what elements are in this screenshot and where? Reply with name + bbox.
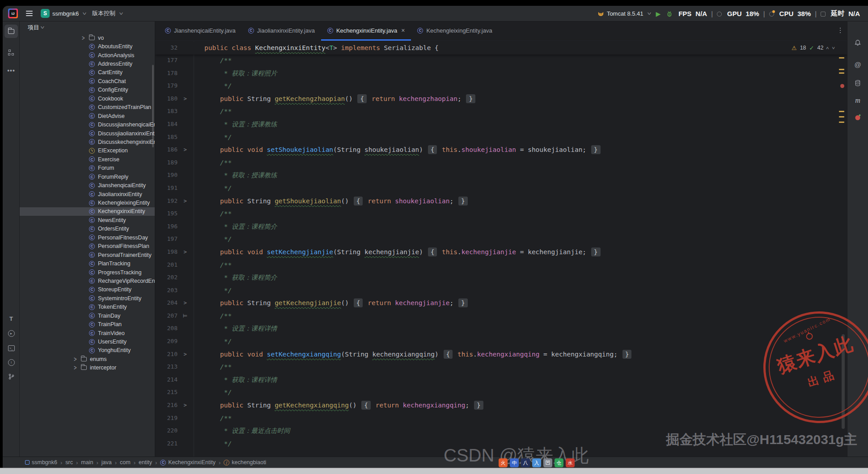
tree-item-EIException[interactable]: ϟ EIException xyxy=(20,147,155,155)
code-line[interactable]: 214 * 获取：课程详情 xyxy=(155,373,847,386)
tree-item-YonghuEntity[interactable]: C YonghuEntity xyxy=(20,346,155,355)
code-line[interactable]: 177 /** xyxy=(155,54,847,67)
gut-icon[interactable] xyxy=(178,322,193,335)
breadcrumb-item-main[interactable]: main xyxy=(81,459,93,466)
fold-arrow-icon[interactable]: > xyxy=(178,143,193,156)
debug-button[interactable] xyxy=(666,10,673,17)
code-line[interactable]: 189 /** xyxy=(155,156,847,169)
tree-item-JiaolianxinxiEntity[interactable]: C JiaolianxinxiEntity xyxy=(20,190,155,198)
ai-assistant-button[interactable]: @ xyxy=(854,61,861,68)
line-number[interactable]: 177 xyxy=(155,54,178,67)
code-line[interactable]: 186 > public void setShoukejiaolian(Stri… xyxy=(155,143,847,156)
breadcrumb-item-ssmbgnk6[interactable]: ssmbgnk6 xyxy=(25,459,57,466)
prev-issue-icon[interactable]: > xyxy=(826,46,830,49)
line-number[interactable]: 207 xyxy=(155,310,178,323)
line-number[interactable]: 216 xyxy=(155,399,178,412)
gut-icon[interactable] xyxy=(178,361,193,373)
project-tool-button[interactable] xyxy=(4,25,18,38)
tree-item-KechengxinxiEntity[interactable]: C KechengxinxiEntity xyxy=(20,207,155,216)
code-line[interactable]: 219 /** xyxy=(155,412,847,425)
gut-icon[interactable] xyxy=(178,80,193,92)
services-tool-button[interactable]: ▸ xyxy=(4,327,18,340)
tree-item-enums[interactable]: > enums xyxy=(20,355,155,363)
database-button[interactable] xyxy=(855,80,861,87)
project-widget[interactable]: S ssmbgnk6 > xyxy=(41,9,86,18)
code-line[interactable]: 183 /** xyxy=(155,105,847,118)
git-tool-button[interactable] xyxy=(4,370,18,383)
close-icon[interactable]: × xyxy=(401,27,405,34)
gut-icon[interactable] xyxy=(178,233,193,246)
tree-item-Exercise[interactable]: C Exercise xyxy=(20,155,155,164)
line-number[interactable]: 180 xyxy=(155,92,178,105)
code-line[interactable]: 179 */ xyxy=(155,80,847,92)
gut-icon[interactable] xyxy=(178,284,193,297)
code-line[interactable]: 207 ⊨ /** xyxy=(155,310,847,323)
code-line[interactable]: 184 * 设置：授课教练 xyxy=(155,118,847,131)
code-line[interactable]: 209 */ xyxy=(155,335,847,348)
line-number[interactable]: 219 xyxy=(155,412,178,425)
breadcrumb-item-java[interactable]: java xyxy=(102,459,112,466)
code-line[interactable]: 213 /** xyxy=(155,361,847,373)
line-number[interactable]: 220 xyxy=(155,424,178,437)
gut-icon[interactable] xyxy=(178,437,193,450)
gut-icon[interactable] xyxy=(178,54,193,67)
line-number[interactable]: 179 xyxy=(155,80,178,92)
tree-item-ForumReply[interactable]: C ForumReply xyxy=(20,172,155,181)
plugin-button[interactable] xyxy=(855,115,860,120)
tree-item-TrainPlan[interactable]: C TrainPlan xyxy=(20,320,155,328)
tree-item-interceptor[interactable]: > interceptor xyxy=(20,364,155,372)
code-line[interactable]: 210 > public void setKechengxiangqing(St… xyxy=(155,348,847,361)
tree-item-ProgressTracking[interactable]: C ProgressTracking xyxy=(20,268,155,277)
breadcrumb-item-entity[interactable]: entity xyxy=(139,459,152,466)
tab-JiaolianxinxiEntity.java[interactable]: C JiaolianxinxiEntity.java xyxy=(242,21,321,41)
code-line[interactable]: 178 * 获取：课程照片 xyxy=(155,67,847,80)
inspections-widget[interactable]: ⚠ 18 ✓ 42 > > xyxy=(792,42,835,55)
tab-KechengleixingEntity.java[interactable]: C KechengleixingEntity.java xyxy=(411,21,498,41)
tree-item-CartEntity[interactable]: C CartEntity xyxy=(20,68,155,77)
code-line[interactable]: 216 > public String getKechengxiangqing(… xyxy=(155,399,847,412)
tree-item-JianshenqicaiEntity[interactable]: C JianshenqicaiEntity xyxy=(20,181,155,189)
line-number[interactable]: 196 xyxy=(155,220,178,233)
warning-stripe-mark[interactable] xyxy=(839,72,844,74)
line-number[interactable]: 204 xyxy=(155,297,178,310)
tree-item-AddressEntity[interactable]: C AddressEntity xyxy=(20,59,155,68)
code-line[interactable]: 196 * 设置：课程简介 xyxy=(155,220,847,233)
tree-item-DiscussjianshenqicaiEntity[interactable]: C DiscussjianshenqicaiEntity xyxy=(20,120,155,129)
warning-stripe-mark[interactable] xyxy=(839,116,844,117)
line-number[interactable]: 210 xyxy=(155,348,178,361)
line-number[interactable]: 195 xyxy=(155,207,178,220)
gut-icon[interactable] xyxy=(178,271,193,284)
gut-icon[interactable] xyxy=(178,424,193,437)
project-panel-header[interactable]: 项目 > xyxy=(20,21,155,34)
tree-item-ActionAnalysis[interactable]: C ActionAnalysis xyxy=(20,51,155,59)
tree-item-Forum[interactable]: C Forum xyxy=(20,164,155,172)
terminal-tool-button[interactable]: >_ xyxy=(4,341,18,355)
gut-icon[interactable] xyxy=(178,42,193,55)
code-line[interactable]: 202 * 获取：课程简介 xyxy=(155,271,847,284)
tree-item-DiscussjiaolianxinxiEntity[interactable]: C DiscussjiaolianxinxiEntity xyxy=(20,129,155,138)
line-number[interactable]: 213 xyxy=(155,361,178,373)
line-number[interactable]: 209 xyxy=(155,335,178,348)
tree-item-RechargeVipRecordEntity[interactable]: C RechargeVipRecordEntity xyxy=(20,277,155,285)
tree-item-TrainVideo[interactable]: C TrainVideo xyxy=(20,329,155,337)
gut-icon[interactable] xyxy=(178,182,193,195)
breadcrumb-item-kechengbiaoti[interactable]: fkechengbiaoti xyxy=(224,459,266,466)
line-number[interactable]: 221 xyxy=(155,437,178,450)
tree-item-AboutusEntity[interactable]: C AboutusEntity xyxy=(20,42,155,50)
line-number[interactable]: 215 xyxy=(155,386,178,399)
fold-arrow-icon[interactable]: > xyxy=(178,297,193,310)
line-number[interactable]: 189 xyxy=(155,156,178,169)
fold-arrow-icon[interactable]: > xyxy=(178,246,193,259)
build-tool-button[interactable]: Т xyxy=(4,312,18,325)
next-issue-icon[interactable]: > xyxy=(831,46,836,49)
tree-item-StoreupEntity[interactable]: C StoreupEntity xyxy=(20,285,155,294)
line-number[interactable]: 185 xyxy=(155,131,178,144)
maven-button[interactable]: m xyxy=(855,96,860,105)
code-line[interactable]: 208 * 设置：课程详情 xyxy=(155,322,847,335)
gut-icon[interactable] xyxy=(178,105,193,118)
gut-icon[interactable] xyxy=(178,335,193,348)
line-number[interactable]: 203 xyxy=(155,284,178,297)
line-number[interactable]: 202 xyxy=(155,271,178,284)
warning-stripe-mark[interactable] xyxy=(839,69,844,70)
gut-icon[interactable] xyxy=(178,373,193,386)
